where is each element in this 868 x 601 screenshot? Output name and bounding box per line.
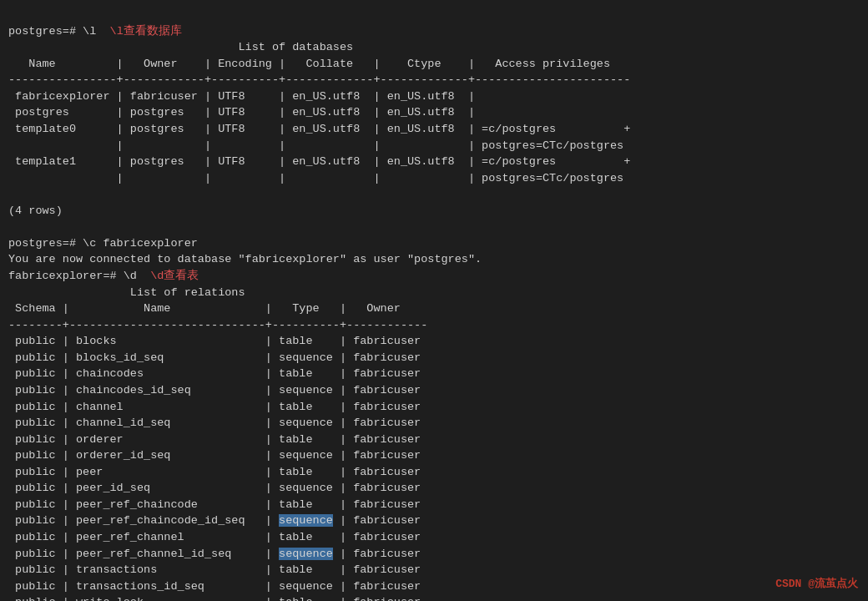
rel-row-17: public | write_lock | table | fabricuser	[8, 596, 421, 601]
prompt-3: fabricexplorer=# \d	[8, 270, 150, 282]
highlight-seq-1: sequence	[279, 514, 333, 527]
rel-row-6: public | channel_id_seq | sequence | fab…	[8, 417, 421, 429]
db-separator: ----------------+------------+----------…	[8, 73, 630, 86]
rel-row-8: public | orderer_id_seq | sequence | fab…	[8, 449, 421, 462]
prompt-1: postgres=# \l	[8, 25, 110, 38]
rel-row-10: public | peer_id_seq | sequence | fabric…	[8, 482, 421, 494]
rel-row-12: public | peer_ref_chaincode_id_seq | seq…	[8, 514, 421, 527]
terminal: postgres=# \l \l查看数据库 List of databases …	[0, 0, 868, 601]
rel-header: List of relations	[8, 286, 245, 299]
db-row-4: template1 | postgres | UTF8 | en_US.utf8…	[8, 155, 630, 168]
db-rows-count: (4 rows)	[8, 205, 63, 217]
annotation-1: \l查看数据库	[110, 25, 182, 38]
connect-msg: You are now connected to database "fabri…	[8, 253, 482, 265]
prompt-2: postgres=# \c fabricexplorer	[8, 237, 198, 250]
rel-row-11: public | peer_ref_chaincode | table | fa…	[8, 498, 421, 511]
rel-row-13: public | peer_ref_channel | table | fabr…	[8, 531, 421, 543]
rel-separator: --------+-----------------------------+-…	[8, 319, 427, 331]
rel-row-15: public | transactions | table | fabricus…	[8, 563, 421, 576]
highlight-seq-2: sequence	[279, 548, 333, 560]
db-header: List of databases	[8, 41, 353, 53]
rel-row-5: public | channel | table | fabricuser	[8, 401, 421, 413]
rel-col-header: Schema | Name | Type | Owner	[8, 302, 427, 315]
rel-row-16: public | transactions_id_seq | sequence …	[8, 580, 421, 593]
db-row-3b: | | | | | postgres=CTc/postgres	[8, 139, 623, 152]
rel-row-7: public | orderer | table | fabricuser	[8, 433, 421, 446]
rel-row-9: public | peer | table | fabricuser	[8, 466, 421, 478]
rel-row-4: public | chaincodes_id_seq | sequence | …	[8, 384, 421, 396]
db-row-1: fabricexplorer | fabricuser | UTF8 | en_…	[8, 90, 482, 103]
rel-row-2: public | blocks_id_seq | sequence | fabr…	[8, 351, 421, 364]
rel-row-14: public | peer_ref_channel_id_seq | seque…	[8, 548, 421, 560]
rel-row-3: public | chaincodes | table | fabricuser	[8, 367, 421, 380]
db-row-3: template0 | postgres | UTF8 | en_US.utf8…	[8, 123, 630, 135]
annotation-2: \d查看表	[150, 270, 199, 282]
db-col-header: Name | Owner | Encoding | Collate | Ctyp…	[8, 58, 630, 70]
db-row-2: postgres | postgres | UTF8 | en_US.utf8 …	[8, 106, 482, 119]
watermark: CSDN @流茧点火	[775, 577, 858, 593]
db-row-4b: | | | | | postgres=CTc/postgres	[8, 172, 623, 184]
rel-row-1: public | blocks | table | fabricuser	[8, 335, 421, 347]
